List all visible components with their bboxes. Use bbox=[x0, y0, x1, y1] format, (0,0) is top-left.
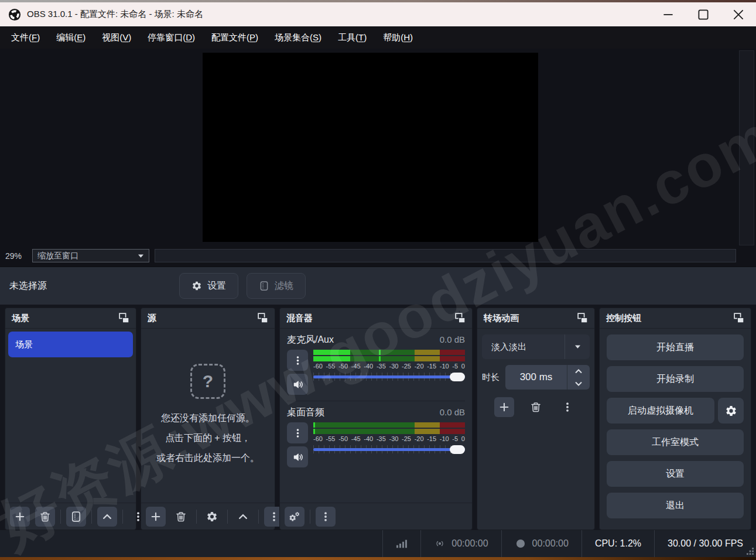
mute-button[interactable] bbox=[287, 446, 308, 467]
transition-buttons-row bbox=[482, 397, 590, 417]
start-streaming-button[interactable]: 开始直播 bbox=[607, 334, 744, 360]
mixer-panel-header: 混音器 bbox=[280, 308, 472, 329]
volume-slider[interactable] bbox=[313, 370, 465, 383]
source-settings-label: 设置 bbox=[207, 280, 226, 292]
menu-item-2[interactable]: 编辑(E) bbox=[48, 28, 94, 48]
maximize-icon bbox=[698, 9, 709, 20]
meter-scale: -60-55-50-45-40-35-30-25-20-15-10-50 bbox=[313, 435, 465, 442]
volume-meter bbox=[313, 422, 465, 428]
kebab-icon bbox=[292, 355, 303, 366]
mixer-panel: 混音器 麦克风/Aux0.0 dB-60-55-50-45-40-35-30-2… bbox=[279, 308, 473, 530]
gear-icon bbox=[191, 281, 202, 291]
controls-panel-title: 控制按钮 bbox=[606, 313, 641, 324]
menu-item-5[interactable]: 配置文件(P) bbox=[203, 28, 266, 48]
scene-item[interactable]: 场景 bbox=[8, 332, 133, 357]
sources-panel-body: ? 您还没有添加任何源。点击下面的 + 按钮，或者右击此处添加一个。 bbox=[141, 329, 275, 503]
preview-zoom-row: 29% 缩放至窗口 bbox=[5, 248, 736, 263]
menu-item-7[interactable]: 工具(T) bbox=[330, 28, 375, 48]
minimize-button[interactable] bbox=[651, 2, 686, 26]
docks-area: 场景 场景 源 ? 您还没有 bbox=[0, 305, 756, 530]
studio-mode-button[interactable]: 工作室模式 bbox=[607, 429, 744, 455]
sources-empty-text: 您还没有添加任何源。点击下面的 + 按钮，或者右击此处添加一个。 bbox=[156, 408, 259, 468]
mixer-channel-db: 0.0 dB bbox=[440, 334, 465, 344]
volume-slider[interactable] bbox=[313, 443, 465, 456]
preview-horizontal-scrollbar[interactable] bbox=[155, 249, 736, 262]
duration-spinbox[interactable]: 300 ms bbox=[505, 365, 590, 390]
filter-icon bbox=[70, 511, 82, 523]
preview-area: 29% 缩放至窗口 bbox=[0, 49, 756, 267]
plus-icon bbox=[150, 511, 162, 523]
start-virtual-camera-button[interactable]: 启动虚拟摄像机 bbox=[607, 398, 714, 424]
remove-scene-button[interactable] bbox=[35, 507, 55, 527]
maximize-button[interactable] bbox=[686, 2, 721, 26]
close-icon bbox=[733, 9, 744, 20]
menu-item-1[interactable]: 文件(F) bbox=[3, 28, 48, 48]
zoom-percent: 29% bbox=[5, 251, 27, 261]
caret-down-icon bbox=[138, 254, 144, 258]
sources-panel: 源 ? 您还没有添加任何源。点击下面的 + 按钮，或者右击此处添加一个。 bbox=[141, 308, 275, 530]
mixer-toolbar bbox=[280, 503, 472, 530]
source-properties-button[interactable] bbox=[202, 507, 222, 527]
sources-toolbar bbox=[141, 503, 275, 530]
remove-source-button[interactable] bbox=[171, 507, 191, 527]
duration-value: 300 ms bbox=[505, 365, 567, 390]
volume-slider-handle[interactable] bbox=[450, 373, 465, 381]
zoom-mode-label: 缩放至窗口 bbox=[37, 251, 78, 261]
exit-button[interactable]: 退出 bbox=[607, 493, 744, 518]
add-scene-button[interactable] bbox=[10, 507, 30, 527]
menu-bar: 文件(F)编辑(E)视图(V)停靠窗口(D)配置文件(P)场景集合(S)工具(T… bbox=[0, 26, 756, 49]
trash-icon bbox=[530, 401, 542, 413]
menu-item-3[interactable]: 视图(V) bbox=[94, 28, 139, 48]
popout-icon[interactable] bbox=[119, 313, 129, 323]
zoom-mode-dropdown[interactable]: 缩放至窗口 bbox=[32, 249, 149, 262]
scene-filters-button[interactable] bbox=[66, 507, 86, 527]
preview-canvas bbox=[203, 53, 538, 242]
mixer-channel-menu-button[interactable] bbox=[287, 350, 308, 371]
duration-increase-button[interactable] bbox=[567, 365, 590, 377]
popout-icon[interactable] bbox=[577, 313, 588, 323]
transitions-panel-title: 转场动画 bbox=[484, 313, 519, 324]
transition-select[interactable]: 淡入淡出 bbox=[482, 334, 590, 359]
virtual-camera-row: 启动虚拟摄像机 bbox=[607, 398, 744, 424]
move-source-up-button[interactable] bbox=[233, 507, 253, 527]
filter-icon bbox=[259, 281, 269, 291]
desktop-edge bbox=[0, 557, 756, 560]
popout-icon[interactable] bbox=[734, 313, 744, 323]
resize-grip-icon[interactable] bbox=[747, 548, 754, 555]
preview-vertical-scrollbar[interactable] bbox=[739, 50, 754, 245]
bandwidth-indicator bbox=[383, 538, 420, 549]
mixer-channel-db: 0.0 dB bbox=[440, 407, 465, 417]
sources-empty-line: 点击下面的 + 按钮， bbox=[156, 428, 259, 448]
remove-transition-button[interactable] bbox=[526, 397, 546, 417]
add-source-button[interactable] bbox=[146, 507, 166, 527]
duration-decrease-button[interactable] bbox=[567, 377, 590, 390]
transition-properties-button[interactable] bbox=[557, 397, 577, 417]
scenes-toolbar bbox=[5, 503, 136, 530]
settings-button[interactable]: 设置 bbox=[607, 461, 744, 487]
menu-item-8[interactable]: 帮助(H) bbox=[375, 28, 421, 48]
stream-time: 00:00:00 bbox=[451, 538, 488, 549]
start-recording-button[interactable]: 开始录制 bbox=[607, 366, 744, 392]
advanced-audio-button[interactable] bbox=[285, 507, 305, 527]
mixer-channel: 麦克风/Aux0.0 dB-60-55-50-45-40-35-30-25-20… bbox=[287, 332, 465, 401]
gear-icon bbox=[206, 511, 218, 523]
chevron-up-icon bbox=[101, 511, 113, 523]
plus-icon bbox=[14, 511, 26, 523]
popout-icon[interactable] bbox=[258, 313, 268, 323]
move-scene-up-button[interactable] bbox=[97, 507, 117, 527]
source-filters-button[interactable]: 滤镜 bbox=[247, 273, 306, 299]
source-settings-button[interactable]: 设置 bbox=[179, 273, 238, 299]
mixer-channel-menu-button[interactable] bbox=[287, 422, 308, 443]
virtual-camera-config-button[interactable] bbox=[718, 398, 744, 424]
mixer-menu-button[interactable] bbox=[316, 507, 336, 527]
volume-slider-handle[interactable] bbox=[450, 445, 465, 454]
sources-empty-line: 或者右击此处添加一个。 bbox=[156, 448, 259, 468]
volume-meter bbox=[313, 429, 465, 434]
mute-button[interactable] bbox=[287, 374, 308, 395]
menu-item-4[interactable]: 停靠窗口(D) bbox=[139, 28, 203, 48]
menu-item-6[interactable]: 场景集合(S) bbox=[266, 28, 330, 48]
add-transition-button[interactable] bbox=[494, 397, 514, 417]
close-button[interactable] bbox=[721, 2, 756, 26]
popout-icon[interactable] bbox=[455, 313, 466, 323]
mixer-channel: 桌面音频0.0 dB-60-55-50-45-40-35-30-25-20-15… bbox=[287, 401, 465, 473]
